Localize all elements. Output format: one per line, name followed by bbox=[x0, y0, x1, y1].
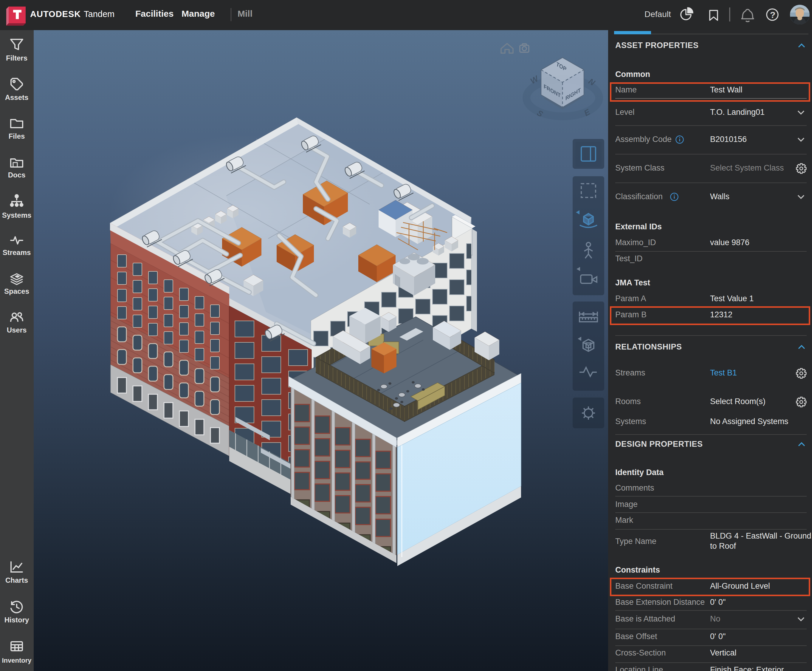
svg-text:?: ? bbox=[770, 10, 775, 20]
